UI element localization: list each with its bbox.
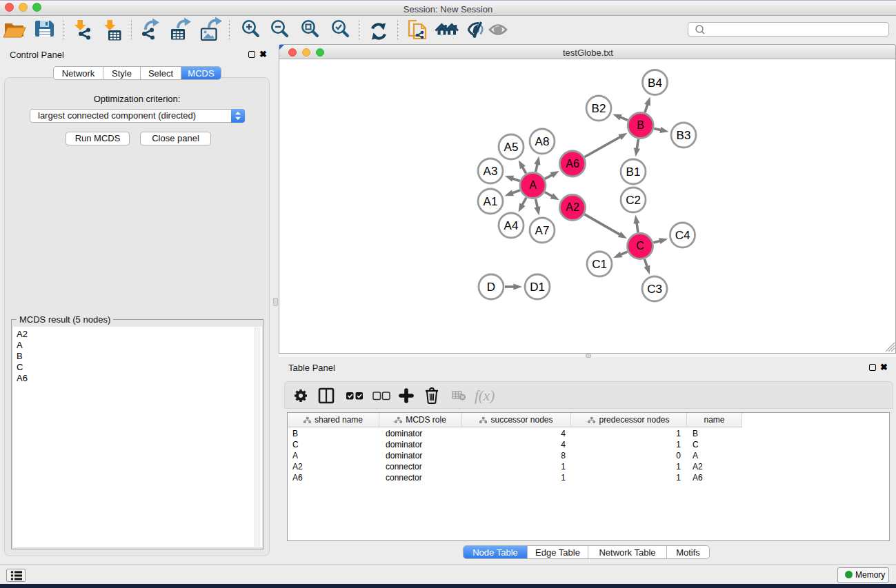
- svg-text:A8: A8: [535, 135, 550, 148]
- svg-text:A: A: [529, 179, 537, 191]
- svg-text:C1: C1: [592, 258, 607, 271]
- svg-text:A3: A3: [484, 165, 498, 178]
- svg-text:C: C: [636, 240, 644, 252]
- svg-text:A7: A7: [535, 224, 550, 237]
- svg-text:D: D: [487, 281, 495, 294]
- svg-text:C4: C4: [675, 229, 690, 242]
- svg-text:A1: A1: [484, 195, 498, 208]
- svg-text:B3: B3: [677, 129, 691, 142]
- svg-text:B4: B4: [648, 77, 662, 90]
- svg-text:A5: A5: [504, 141, 519, 154]
- svg-text:C2: C2: [626, 194, 641, 207]
- svg-text:f(x): f(x): [475, 387, 495, 404]
- svg-text:A4: A4: [504, 219, 519, 232]
- svg-text:B2: B2: [592, 102, 606, 115]
- svg-text:C3: C3: [647, 283, 662, 296]
- svg-text:D1: D1: [530, 281, 545, 294]
- svg-text:B: B: [637, 119, 644, 131]
- svg-text:A2: A2: [566, 201, 579, 213]
- svg-text:B1: B1: [626, 165, 641, 179]
- svg-text:A6: A6: [566, 158, 579, 170]
